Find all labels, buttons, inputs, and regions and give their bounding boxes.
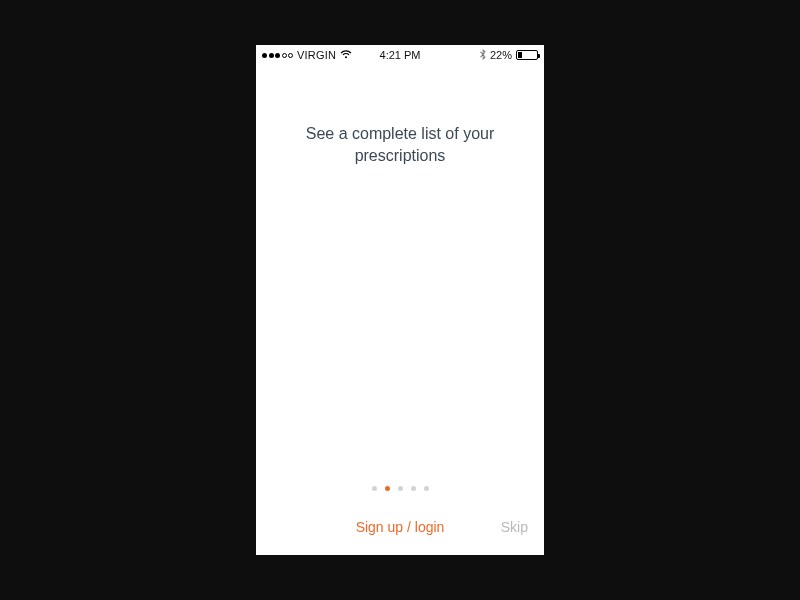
phone-frame: VIRGIN 4:21 PM 22% See a complete list o… [256, 45, 544, 555]
onboarding-content: See a complete list of your prescription… [256, 65, 544, 555]
page-indicator [256, 486, 544, 491]
bluetooth-icon [480, 49, 486, 62]
battery-icon [516, 50, 538, 60]
page-dot[interactable] [372, 486, 377, 491]
status-right: 22% [480, 49, 538, 62]
wifi-icon [340, 49, 352, 61]
page-dot[interactable] [398, 486, 403, 491]
status-bar: VIRGIN 4:21 PM 22% [256, 45, 544, 65]
signup-login-button[interactable]: Sign up / login [356, 519, 445, 535]
skip-button[interactable]: Skip [501, 519, 528, 535]
page-dot[interactable] [411, 486, 416, 491]
bottom-actions: Sign up / login Skip [256, 507, 544, 547]
carrier-label: VIRGIN [297, 49, 336, 61]
page-dot[interactable] [385, 486, 390, 491]
status-left: VIRGIN [262, 49, 352, 61]
page-dot[interactable] [424, 486, 429, 491]
signal-strength-icon [262, 53, 293, 58]
onboarding-headline: See a complete list of your prescription… [256, 123, 544, 166]
clock-label: 4:21 PM [380, 49, 421, 61]
battery-pct-label: 22% [490, 49, 512, 61]
